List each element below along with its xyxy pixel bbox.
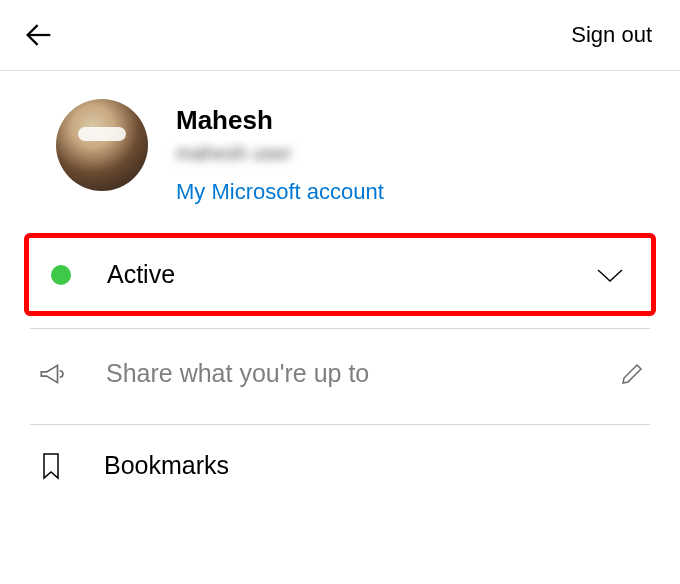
share-status-row[interactable]: Share what you're up to [0, 329, 680, 418]
status-highlight-box: Active [24, 233, 656, 316]
status-label: Active [107, 260, 595, 289]
chevron-down-icon [595, 266, 625, 284]
status-row[interactable]: Active [29, 238, 651, 311]
avatar[interactable] [56, 99, 148, 191]
share-placeholder: Share what you're up to [106, 359, 620, 388]
bookmark-icon [40, 452, 62, 480]
bookmarks-label: Bookmarks [104, 451, 229, 480]
bookmarks-row[interactable]: Bookmarks [0, 425, 680, 506]
profile-info: Mahesh mahesh user My Microsoft account [176, 99, 384, 205]
profile-username: mahesh user [176, 142, 384, 165]
sign-out-button[interactable]: Sign out [571, 22, 652, 48]
header-bar: Sign out [0, 0, 680, 71]
pencil-icon[interactable] [620, 362, 644, 386]
microsoft-account-link[interactable]: My Microsoft account [176, 179, 384, 205]
status-dot-icon [51, 265, 71, 285]
profile-section: Mahesh mahesh user My Microsoft account [0, 71, 680, 229]
megaphone-icon [38, 361, 64, 387]
profile-name: Mahesh [176, 105, 384, 136]
back-arrow-icon[interactable] [22, 18, 56, 52]
